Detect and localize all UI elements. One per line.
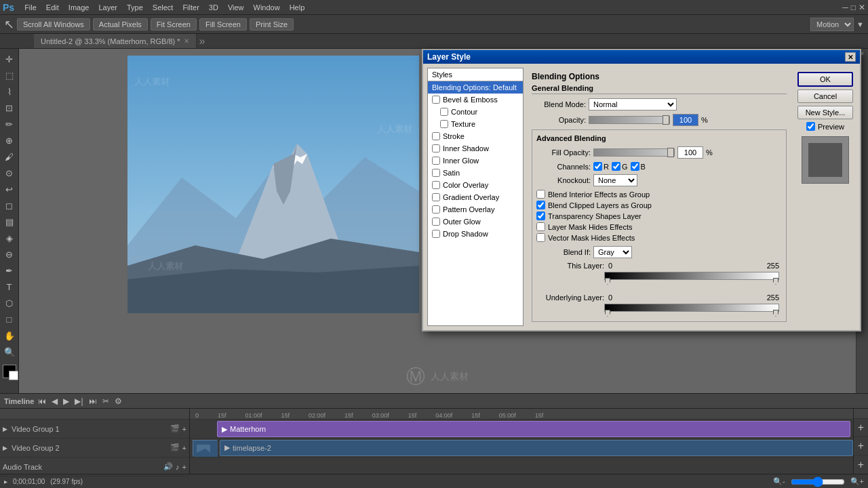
blend-if-select[interactable]: Gray Red Green Blue <box>593 246 632 258</box>
restore-button[interactable]: □ <box>851 3 856 12</box>
blend-interior-checkbox[interactable] <box>536 190 545 199</box>
color-overlay-checkbox[interactable] <box>432 181 440 189</box>
menu-file[interactable]: File <box>20 2 41 13</box>
fill-screen-button[interactable]: Fill Screen <box>199 18 247 30</box>
audio-music-icon[interactable]: ♪ <box>176 463 180 471</box>
this-layer-handle-right[interactable] <box>773 278 778 285</box>
actual-pixels-button[interactable]: Actual Pixels <box>93 18 148 30</box>
drop-shadow-checkbox[interactable] <box>432 230 440 238</box>
eyedropper-tool[interactable]: ✏ <box>2 117 17 131</box>
matterhorn-clip[interactable]: ▶ Matterhorn <box>217 421 850 437</box>
style-list-color-overlay[interactable]: Color Overlay <box>428 179 523 191</box>
document-tab-close[interactable]: ✕ <box>184 37 189 45</box>
tl-prev-frame[interactable]: ◀ <box>50 396 59 406</box>
style-list-outer-glow[interactable]: Outer Glow <box>428 216 523 228</box>
gradient-overlay-checkbox[interactable] <box>432 193 440 201</box>
timeline-zoom-out[interactable]: 🔍- <box>773 477 785 486</box>
menu-view[interactable]: View <box>223 2 249 13</box>
underlying-layer-handle-right[interactable] <box>773 310 778 317</box>
channel-b-checkbox[interactable] <box>631 162 639 171</box>
history-tool[interactable]: ↩ <box>2 182 17 197</box>
timeline-zoom-slider[interactable] <box>791 476 845 487</box>
channel-r-checkbox[interactable] <box>593 162 602 171</box>
minimize-button[interactable]: ─ <box>842 3 848 12</box>
this-layer-handle-left[interactable] <box>605 278 610 285</box>
menu-help[interactable]: Help <box>285 2 310 13</box>
satin-checkbox[interactable] <box>432 169 440 177</box>
underlying-layer-handle-left[interactable] <box>605 310 610 317</box>
menu-image[interactable]: Image <box>64 2 94 13</box>
style-list-inner-shadow[interactable]: Inner Shadow <box>428 142 523 155</box>
tl-to-end[interactable]: ⏭ <box>87 396 98 406</box>
layer-mask-hides-checkbox[interactable] <box>536 222 545 231</box>
blend-clipped-checkbox[interactable] <box>536 201 545 209</box>
tab-collapse-icon[interactable]: » <box>199 35 205 47</box>
style-list-blending-options[interactable]: Blending Options: Default <box>428 81 523 94</box>
stroke-checkbox[interactable] <box>432 132 440 140</box>
text-tool[interactable]: T <box>2 279 17 294</box>
opacity-slider[interactable] <box>589 116 670 124</box>
timeline-zoom-in[interactable]: 🔍+ <box>850 477 864 486</box>
cancel-button[interactable]: Cancel <box>797 89 853 103</box>
tl-audio[interactable]: ✂ <box>101 396 111 406</box>
opacity-input[interactable] <box>673 114 698 126</box>
fit-screen-button[interactable]: Fit Screen <box>151 18 197 30</box>
video1-collapse-btn[interactable]: ▶ <box>3 426 7 432</box>
new-style-button[interactable]: New Style... <box>797 106 853 119</box>
healing-tool[interactable]: ⊕ <box>2 133 17 148</box>
add-video2-btn[interactable]: + <box>854 437 868 455</box>
foreground-color[interactable] <box>3 365 16 378</box>
menu-edit[interactable]: Edit <box>41 2 64 13</box>
add-audio-btn[interactable]: + <box>854 455 868 474</box>
pattern-overlay-checkbox[interactable] <box>432 205 440 214</box>
close-button[interactable]: ✕ <box>859 3 865 12</box>
move-tool[interactable]: ✛ <box>2 52 17 66</box>
style-list-bevel-emboss[interactable]: Bevel & Emboss <box>428 94 523 106</box>
texture-checkbox[interactable] <box>440 120 448 128</box>
preview-checkbox[interactable] <box>806 122 815 131</box>
style-list-satin[interactable]: Satin <box>428 167 523 179</box>
channel-g-checkbox[interactable] <box>612 162 620 171</box>
zoom-tool[interactable]: 🔍 <box>2 344 17 359</box>
vector-mask-hides-checkbox[interactable] <box>536 233 545 242</box>
timelapse-clip[interactable]: ▶ timelapse-2 <box>220 440 853 456</box>
style-list-drop-shadow[interactable]: Drop Shadow <box>428 228 523 240</box>
menu-layer[interactable]: Layer <box>94 2 122 13</box>
style-list-pattern-overlay[interactable]: Pattern Overlay <box>428 203 523 216</box>
fill-opacity-input[interactable] <box>677 146 703 159</box>
style-list-gradient-overlay[interactable]: Gradient Overlay <box>428 191 523 203</box>
dialog-close-button[interactable]: ✕ <box>845 52 856 62</box>
blend-mode-select[interactable]: Normal Multiply Screen Overlay <box>589 98 677 110</box>
lasso-tool[interactable]: ⌇ <box>2 84 17 99</box>
brush-tool[interactable]: 🖌 <box>2 149 17 164</box>
menu-window[interactable]: Window <box>249 2 285 13</box>
document-tab[interactable]: Untitled-2 @ 33.3% (Matterhorn, RGB/8) *… <box>34 34 197 48</box>
menu-type[interactable]: Type <box>122 2 148 13</box>
ok-button[interactable]: OK <box>797 72 853 87</box>
style-list-stroke[interactable]: Stroke <box>428 130 523 142</box>
channel-r[interactable]: R <box>593 162 609 171</box>
knockout-select[interactable]: None Shallow Deep <box>593 174 637 186</box>
video2-add-icon[interactable]: + <box>182 444 186 452</box>
style-list-texture[interactable]: Texture <box>428 118 523 130</box>
motion-select[interactable]: Motion <box>810 18 854 31</box>
menu-select[interactable]: Select <box>148 2 178 13</box>
background-color[interactable] <box>9 371 18 380</box>
transparency-shapes-checkbox[interactable] <box>536 211 545 220</box>
pen-tool[interactable]: ✒ <box>2 263 17 278</box>
gradient-tool[interactable]: ▤ <box>2 214 17 229</box>
inner-glow-checkbox[interactable] <box>432 157 440 165</box>
inner-shadow-checkbox[interactable] <box>432 144 440 152</box>
hand-tool[interactable]: ✋ <box>2 328 17 343</box>
add-video1-btn[interactable]: + <box>854 419 868 437</box>
fill-opacity-slider[interactable] <box>593 148 675 157</box>
clone-tool[interactable]: ⊙ <box>2 165 17 180</box>
tl-to-start[interactable]: ⏮ <box>37 396 47 406</box>
menu-filter[interactable]: Filter <box>178 2 203 13</box>
scroll-all-windows-button[interactable]: Scroll All Windows <box>17 18 90 30</box>
bevel-emboss-checkbox[interactable] <box>432 96 440 104</box>
channel-g[interactable]: G <box>612 162 628 171</box>
audio-speaker-icon[interactable]: 🔊 <box>163 462 173 471</box>
motion-expand-icon[interactable]: ▼ <box>856 20 864 28</box>
outer-glow-checkbox[interactable] <box>432 218 440 226</box>
